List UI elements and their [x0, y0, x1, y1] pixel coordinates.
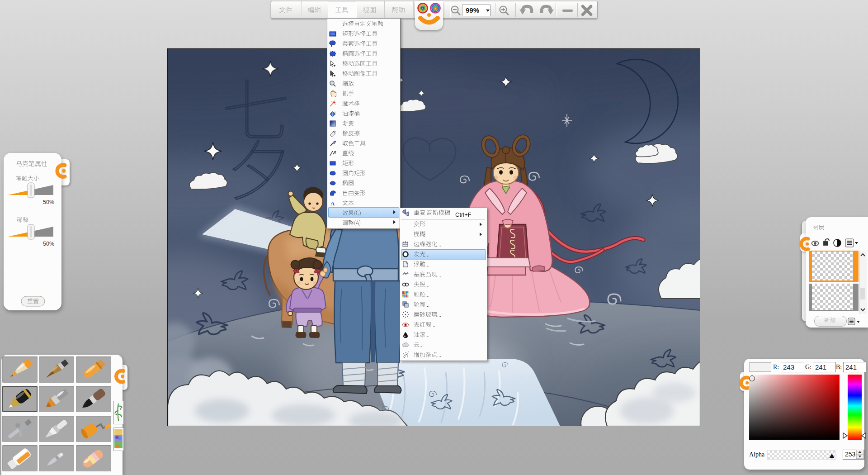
svg-text:A: A [330, 200, 335, 207]
